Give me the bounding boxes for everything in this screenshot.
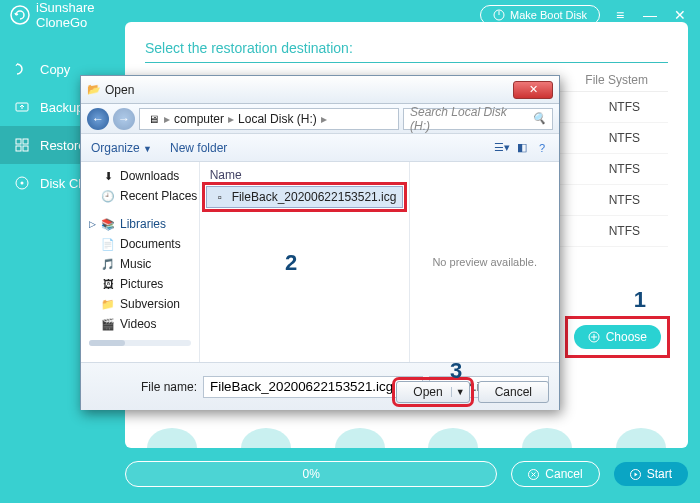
col-filesystem: File System (585, 73, 668, 87)
view-mode-button[interactable]: ☰▾ (495, 141, 509, 155)
cancel-button-dialog[interactable]: Cancel (478, 381, 549, 403)
svg-point-9 (21, 182, 24, 185)
navpane-libraries[interactable]: ▷📚Libraries (81, 214, 199, 234)
annotation-box-1: Choose (565, 316, 670, 358)
app-logo: iSunshare CloneGo (10, 0, 95, 30)
preview-pane: No preview available. (410, 162, 559, 362)
svg-rect-4 (16, 139, 21, 144)
filename-input[interactable] (203, 376, 423, 398)
navpane-scrollbar[interactable] (89, 340, 191, 346)
open-dropdown-icon[interactable]: ▼ (451, 387, 465, 397)
dialog-toolbar: Organize ▼ New folder ☰▾ ◧ ? (81, 134, 559, 162)
preview-pane-button[interactable]: ◧ (515, 141, 529, 155)
file-name: FileBack_20200622153521.icg (232, 190, 397, 204)
plus-icon (588, 331, 600, 343)
close-button[interactable]: ✕ (670, 7, 690, 23)
svg-rect-5 (23, 139, 28, 144)
cancel-button[interactable]: Cancel (511, 461, 599, 487)
nav-back-button[interactable]: ← (87, 108, 109, 130)
subversion-icon: 📁 (101, 297, 115, 311)
computer-icon: 🖥 (146, 112, 160, 126)
clonego-icon (10, 5, 30, 25)
filename-label: File name: (141, 380, 197, 394)
recent-icon: 🕘 (101, 189, 115, 203)
x-icon (528, 469, 539, 480)
svg-rect-6 (16, 146, 21, 151)
search-input[interactable]: Search Local Disk (H:) 🔍 (403, 108, 553, 130)
diskclone-icon (14, 175, 30, 191)
file-icon: ▫ (213, 190, 227, 204)
file-entry-selected[interactable]: ▫ FileBack_20200622153521.icg (206, 186, 404, 208)
copy-icon (14, 61, 30, 77)
progress-bar: 0% (125, 461, 497, 487)
backup-icon (14, 99, 30, 115)
organize-menu[interactable]: Organize ▼ (91, 141, 152, 155)
open-file-dialog: 📂 Open ✕ ← → 🖥 ▸ computer ▸ Local Disk (… (80, 75, 560, 410)
brand-line2: CloneGo (36, 15, 95, 30)
videos-icon: 🎬 (101, 317, 115, 331)
downloads-icon: ⬇ (101, 169, 115, 183)
power-icon (493, 9, 505, 21)
svg-point-0 (11, 6, 29, 24)
sidebar-label: Restore (40, 138, 86, 153)
start-button[interactable]: Start (614, 462, 688, 486)
choose-label: Choose (606, 330, 647, 344)
file-list: Name ▫ FileBack_20200622153521.icg (200, 162, 411, 362)
annotation-1: 1 (634, 287, 646, 313)
navpane-videos[interactable]: 🎬Videos (81, 314, 199, 334)
dialog-body: ⬇Downloads 🕘Recent Places ▷📚Libraries 📄D… (81, 162, 559, 362)
open-dialog-icon: 📂 (87, 83, 101, 97)
libraries-icon: 📚 (101, 217, 115, 231)
nav-forward-button[interactable]: → (113, 108, 135, 130)
dialog-title: Open (105, 83, 134, 97)
breadcrumb-computer[interactable]: computer (174, 112, 224, 126)
new-folder-button[interactable]: New folder (170, 141, 227, 155)
annotation-2: 2 (285, 250, 297, 276)
documents-icon: 📄 (101, 237, 115, 251)
brand-line1: iSunshare (36, 0, 95, 15)
navpane-documents[interactable]: 📄Documents (81, 234, 199, 254)
navpane-pictures[interactable]: 🖼Pictures (81, 274, 199, 294)
music-icon: 🎵 (101, 257, 115, 271)
navpane-downloads[interactable]: ⬇Downloads (81, 166, 199, 186)
column-name[interactable]: Name (206, 166, 404, 186)
navpane-subversion[interactable]: 📁Subversion (81, 294, 199, 314)
breadcrumb-drive[interactable]: Local Disk (H:) (238, 112, 317, 126)
choose-button[interactable]: Choose (574, 325, 661, 349)
navpane-music[interactable]: 🎵Music (81, 254, 199, 274)
navpane-recent[interactable]: 🕘Recent Places (81, 186, 199, 206)
app-window: iSunshare CloneGo Make Boot Disk ≡ — ✕ C… (0, 0, 700, 503)
restore-icon (14, 137, 30, 153)
sidebar-label: Backup (40, 100, 83, 115)
breadcrumb[interactable]: 🖥 ▸ computer ▸ Local Disk (H:) ▸ (139, 108, 399, 130)
sidebar-label: Copy (40, 62, 70, 77)
menu-icon[interactable]: ≡ (610, 7, 630, 23)
play-icon (630, 469, 641, 480)
annotation-3: 3 (450, 358, 462, 384)
minimize-button[interactable]: — (640, 7, 660, 23)
make-boot-label: Make Boot Disk (510, 9, 587, 21)
pictures-icon: 🖼 (101, 277, 115, 291)
dialog-actions: Open▼ Cancel (396, 381, 549, 403)
page-heading: Select the restoration destination: (145, 40, 668, 63)
dialog-titlebar[interactable]: 📂 Open ✕ (81, 76, 559, 104)
bottom-bar: 0% Cancel Start (125, 455, 688, 493)
dialog-close-button[interactable]: ✕ (513, 81, 553, 99)
dialog-navbar: ← → 🖥 ▸ computer ▸ Local Disk (H:) ▸ Sea… (81, 104, 559, 134)
search-icon: 🔍 (532, 112, 546, 126)
svg-rect-7 (23, 146, 28, 151)
help-button[interactable]: ? (535, 141, 549, 155)
nav-pane: ⬇Downloads 🕘Recent Places ▷📚Libraries 📄D… (81, 162, 200, 362)
search-placeholder: Search Local Disk (H:) (410, 105, 528, 133)
open-button[interactable]: Open▼ (396, 381, 469, 403)
